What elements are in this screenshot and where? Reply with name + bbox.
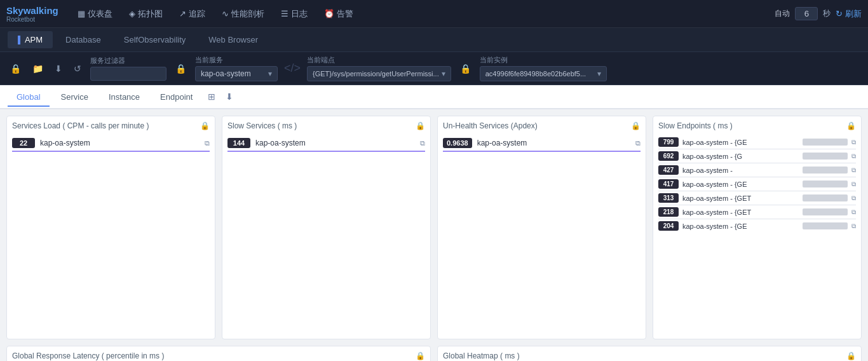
- refresh-button[interactable]: ↻ 刷新: [836, 8, 862, 20]
- copy-endpoint-icon-2[interactable]: ⧉: [851, 167, 856, 174]
- chevron-down-icon-3: ▾: [597, 69, 601, 78]
- blurred-endpoint-1: ██████████: [803, 153, 848, 160]
- slow-endpoints-list: 799kap-oa-system - {GE██████████⧉692kap-…: [658, 135, 856, 233]
- trace-icon: ↗: [179, 9, 186, 18]
- tab-database[interactable]: Database: [55, 31, 111, 48]
- endpoint-badge-4: 313: [658, 193, 679, 203]
- heatmap-title: Global Heatmap ( ms ): [443, 351, 520, 360]
- slow-services-lock-icon[interactable]: 🔒: [416, 121, 425, 130]
- endpoint-name-5: kap-oa-system - {GET: [682, 208, 797, 216]
- nav-alerts-label: 告警: [337, 8, 353, 20]
- list-item: 313kap-oa-system - {GET██████████⧉: [658, 191, 856, 205]
- current-instance-select[interactable]: ac4996f6fe89498b8e02b6ebf5... ▾: [480, 66, 607, 81]
- copy-icon-1[interactable]: ⧉: [205, 139, 210, 147]
- blurred-endpoint-5: ██████████: [803, 208, 848, 215]
- nav-alerts[interactable]: ⏰ 告警: [318, 6, 360, 22]
- lock-icon-1[interactable]: 🔒: [8, 61, 24, 76]
- heatmap-header: Global Heatmap ( ms ) 🔒: [443, 351, 856, 360]
- secondary-navigation: Global Service Instance Endpoint ⊞ ⬇: [0, 85, 868, 109]
- unhealth-services-header: Un-Health Services (Apdex) 🔒: [443, 121, 641, 130]
- sec-nav-endpoint[interactable]: Endpoint: [151, 88, 201, 106]
- sec-nav-service[interactable]: Service: [52, 88, 97, 106]
- current-endpoint-value: {GET}/sys/permission/getUserPermissi...: [313, 70, 439, 78]
- logo: Skywalking Rocketbot: [6, 5, 58, 23]
- refresh-icon[interactable]: ↺: [71, 61, 84, 76]
- blurred-endpoint-4: ██████████: [803, 194, 848, 201]
- table-row: 0.9638 kap-oa-system ⧉: [443, 135, 641, 152]
- copy-endpoint-icon-6[interactable]: ⧉: [851, 222, 856, 230]
- endpoint-badge-0: 799: [658, 137, 679, 147]
- services-load-card: Services Load ( CPM - calls per minute )…: [6, 116, 215, 339]
- copy-endpoint-icon-5[interactable]: ⧉: [851, 208, 856, 216]
- response-latency-title: Global Response Latency ( percentile in …: [12, 351, 164, 360]
- endpoint-name-2: kap-oa-system -: [682, 167, 797, 174]
- tab-self-observability[interactable]: SelfObservability: [114, 31, 196, 48]
- heatmap-card: Global Heatmap ( ms ) 🔒: [437, 346, 862, 361]
- logo-subtitle: Rocketbot: [6, 16, 58, 23]
- lock-icon-3[interactable]: 🔒: [458, 61, 473, 76]
- current-endpoint-select[interactable]: {GET}/sys/permission/getUserPermissi... …: [307, 66, 451, 81]
- services-load-lock-icon[interactable]: 🔒: [200, 121, 210, 130]
- heatmap-lock-icon[interactable]: 🔒: [846, 351, 856, 360]
- sec-nav-global[interactable]: Global: [8, 88, 50, 107]
- list-item: 204kap-oa-system - {GE██████████⧉: [658, 219, 856, 233]
- endpoint-name-6: kap-oa-system - {GE: [682, 222, 797, 230]
- separator-1: </>: [284, 62, 301, 75]
- lock-icon-2[interactable]: 🔒: [173, 61, 189, 76]
- copy-icon-2[interactable]: ⧉: [420, 139, 425, 147]
- download-icon[interactable]: ⬇: [52, 61, 65, 76]
- copy-endpoint-icon-1[interactable]: ⧉: [851, 153, 856, 160]
- tab-apm[interactable]: APM: [8, 31, 53, 49]
- sec-nav-instance[interactable]: Instance: [100, 88, 149, 106]
- slow-services-card: Slow Services ( ms ) 🔒 144 kap-oa-system…: [222, 116, 431, 339]
- response-latency-lock-icon[interactable]: 🔒: [416, 351, 425, 360]
- unhealth-services-lock-icon[interactable]: 🔒: [631, 121, 641, 130]
- service-filter-input[interactable]: [90, 67, 166, 81]
- copy-endpoint-icon-4[interactable]: ⧉: [851, 194, 856, 202]
- folder-icon[interactable]: 📁: [30, 61, 46, 76]
- slow-endpoints-lock-icon[interactable]: 🔒: [846, 121, 856, 130]
- endpoint-name-3: kap-oa-system - {GE: [682, 180, 797, 188]
- slow-endpoints-title: Slow Endpoints ( ms ): [658, 121, 733, 130]
- profiling-icon: ∿: [222, 9, 229, 18]
- copy-endpoint-icon-0[interactable]: ⧉: [851, 139, 856, 146]
- blurred-endpoint-6: ██████████: [803, 222, 848, 229]
- copy-endpoint-icon-3[interactable]: ⧉: [851, 180, 856, 188]
- current-endpoint-label: 当前端点: [307, 55, 451, 65]
- slow-endpoints-card: Slow Endpoints ( ms ) 🔒 799kap-oa-system…: [653, 116, 862, 339]
- metric-name-slow: kap-oa-system: [255, 139, 415, 147]
- endpoint-badge-2: 427: [658, 165, 679, 175]
- copy-icon-3[interactable]: ⧉: [635, 139, 641, 147]
- list-item: 692kap-oa-system - {G██████████⧉: [658, 149, 856, 163]
- download-panel-icon[interactable]: ⬇: [222, 89, 237, 104]
- nav-items: ▦ 仪表盘 ◈ 拓扑图 ↗ 追踪 ∿ 性能剖析 ☰ 日志 ⏰ 告警: [71, 6, 775, 22]
- unhealth-services-card: Un-Health Services (Apdex) 🔒 0.9638 kap-…: [437, 116, 646, 339]
- service-filter-group: 服务过滤器: [90, 56, 166, 81]
- current-service-select[interactable]: kap-oa-system ▾: [195, 66, 278, 81]
- main-content: Services Load ( CPM - calls per minute )…: [0, 109, 868, 346]
- nav-profiling[interactable]: ∿ 性能剖析: [215, 6, 271, 22]
- logs-icon: ☰: [281, 9, 288, 18]
- list-item: 799kap-oa-system - {GE██████████⧉: [658, 135, 856, 149]
- nav-dashboard-label: 仪表盘: [88, 8, 112, 20]
- dashboard-icon: ▦: [78, 9, 85, 18]
- nav-dashboard[interactable]: ▦ 仪表盘: [71, 6, 119, 22]
- refresh-interval-input[interactable]: [795, 7, 818, 20]
- metric-badge-22: 22: [12, 138, 35, 148]
- add-panel-icon[interactable]: ⊞: [204, 89, 219, 104]
- nav-logs[interactable]: ☰ 日志: [275, 6, 314, 22]
- current-endpoint-group: 当前端点 {GET}/sys/permission/getUserPermiss…: [307, 55, 451, 81]
- unhealth-services-title: Un-Health Services (Apdex): [443, 121, 538, 130]
- endpoint-badge-6: 204: [658, 221, 679, 231]
- endpoint-name-1: kap-oa-system - {G: [682, 153, 797, 160]
- slow-endpoints-header: Slow Endpoints ( ms ) 🔒: [658, 121, 856, 130]
- nav-trace[interactable]: ↗ 追踪: [173, 6, 212, 22]
- metric-badge-144: 144: [227, 138, 250, 148]
- current-service-value: kap-oa-system: [201, 69, 251, 78]
- nav-logs-label: 日志: [291, 8, 308, 20]
- nav-profiling-label: 性能剖析: [231, 8, 264, 20]
- chevron-down-icon: ▾: [268, 69, 272, 78]
- blurred-endpoint-3: ██████████: [803, 180, 848, 187]
- nav-topology[interactable]: ◈ 拓扑图: [123, 6, 169, 22]
- tab-web-browser[interactable]: Web Browser: [198, 31, 268, 48]
